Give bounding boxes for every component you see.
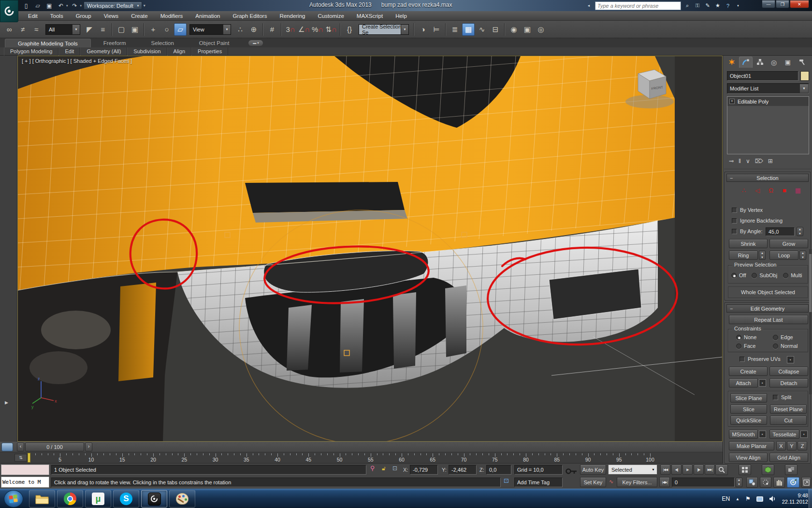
view-align-button[interactable]: View Align	[729, 453, 768, 462]
by-angle-value-field[interactable]: 45,0	[766, 227, 795, 236]
make-planar-x-button[interactable]: X	[776, 441, 786, 450]
expand-plus-icon[interactable]: +	[729, 99, 735, 104]
restore-button[interactable]: ❐	[776, 0, 789, 8]
select-and-move-icon[interactable]: +	[147, 23, 160, 36]
add-time-tag-icon[interactable]: ⊡	[504, 475, 509, 487]
zoom-all-icon[interactable]	[739, 464, 751, 475]
curve-editor-icon[interactable]: ∿	[476, 23, 488, 36]
taskbar-explorer-icon[interactable]	[29, 490, 55, 508]
network-icon[interactable]	[756, 496, 763, 502]
selection-filter-dropdown[interactable]: All▼	[45, 24, 80, 35]
search-icon[interactable]: ⌕	[683, 2, 691, 9]
menu-item-maxscript[interactable]: MAXScript	[350, 11, 389, 21]
ribbon-panel-properties[interactable]: Properties	[191, 47, 228, 56]
align-icon[interactable]: ⊨	[430, 23, 443, 36]
constraint-face-radio[interactable]: Face	[736, 343, 755, 349]
communication-center-icon[interactable]: ✎	[704, 2, 711, 9]
play-icon[interactable]: ▶	[682, 464, 693, 475]
tab-hierarchy[interactable]	[753, 57, 767, 68]
configure-modifier-sets-icon[interactable]: ⊞	[768, 158, 773, 164]
undo-icon[interactable]: ↶	[56, 1, 66, 10]
help-caret-icon[interactable]: ▾	[734, 4, 742, 8]
maxscript-mini-listener[interactable]: Welcome to M	[1, 477, 49, 488]
field-of-view-icon[interactable]	[760, 477, 771, 488]
object-color-swatch[interactable]	[800, 71, 809, 81]
msmooth-button[interactable]: MSmooth	[729, 430, 758, 439]
ribbon-minimize-icon[interactable]: ▬ ▾	[248, 40, 263, 46]
current-frame-marker[interactable]	[28, 453, 30, 463]
named-selection-dropdown[interactable]: Create Selection Se▼	[359, 24, 409, 35]
taskbar-clock[interactable]: 9:48 22.11.2012	[782, 493, 808, 505]
preview-subobj-radio[interactable]: SubObj	[752, 272, 777, 278]
zoom-extents-all-icon[interactable]	[785, 464, 798, 475]
ribbon-panel-edit[interactable]: Edit	[58, 47, 80, 56]
infocenter-collapse-icon[interactable]: ◂	[585, 3, 593, 8]
constraint-normal-radio[interactable]: Normal	[773, 343, 798, 349]
timeline-ruler[interactable]: 0510152025303540455055606570758085909510…	[0, 452, 723, 463]
menu-item-group[interactable]: Group	[70, 11, 98, 21]
ignore-backfacing-checkbox[interactable]: Ignore Backfacing	[732, 218, 783, 224]
loop-spinner[interactable]: ▲▼	[799, 251, 806, 260]
render-setup-icon[interactable]: ◉	[508, 23, 520, 36]
language-indicator[interactable]: EN	[722, 495, 730, 502]
minimize-button[interactable]: —	[762, 0, 775, 8]
save-file-icon[interactable]: ▣	[44, 1, 54, 10]
quickslice-button[interactable]: QuickSlice	[730, 416, 767, 425]
workspace-selector[interactable]: Workspace: Default ▾	[84, 1, 142, 10]
grid-align-button[interactable]: Grid Align	[769, 453, 808, 462]
tab-create[interactable]: ✶	[725, 57, 739, 68]
spinner-snap-icon[interactable]: ⇅∩	[325, 23, 337, 36]
absolute-offset-toggle-icon[interactable]: ⊡	[392, 462, 397, 475]
preview-off-radio[interactable]: Off	[731, 272, 746, 278]
keyboard-shortcut-override-icon[interactable]: #	[266, 23, 278, 36]
menu-item-modifiers[interactable]: Modifiers	[154, 11, 189, 21]
preview-multi-radio[interactable]: Multi	[783, 272, 802, 278]
frame-spinner[interactable]: ▲▼	[736, 478, 742, 487]
new-scene-icon[interactable]: ▯	[21, 1, 31, 10]
next-frame-icon[interactable]: ||▶	[694, 464, 704, 475]
application-button[interactable]	[0, 0, 18, 22]
pin-stack-icon[interactable]: ⊸	[729, 158, 734, 164]
cut-button[interactable]: Cut	[770, 416, 807, 425]
go-to-start-icon[interactable]: |◀◀	[660, 464, 670, 475]
shrink-button[interactable]: Shrink	[729, 239, 768, 248]
make-unique-icon[interactable]: ∨	[746, 158, 750, 164]
modifier-list-dropdown[interactable]: Modifier List ▼	[727, 83, 809, 94]
favorites-star-icon[interactable]: ★	[714, 2, 722, 9]
ring-spinner[interactable]: ▲▼	[759, 251, 766, 260]
time-configuration-icon[interactable]	[746, 477, 758, 488]
ribbon-tab-object-paint[interactable]: Object Paint	[187, 39, 242, 47]
ref-coord-dropdown[interactable]: View▼	[189, 24, 231, 35]
key-mode-toggle-icon[interactable]: |◀▶|	[659, 477, 670, 487]
menu-item-tools[interactable]: Tools	[44, 11, 70, 21]
make-planar-y-button[interactable]: Y	[787, 441, 797, 450]
element-mode-icon[interactable]: ▦	[793, 187, 803, 194]
modifier-stack-item[interactable]: + Editable Poly	[727, 97, 809, 106]
window-crossing-icon[interactable]: ▣	[129, 23, 141, 36]
auto-key-button[interactable]: Auto Key	[580, 464, 606, 475]
maximize-viewport-toggle-icon[interactable]	[801, 477, 811, 488]
current-frame-field[interactable]: 0	[672, 478, 735, 487]
select-and-rotate-icon[interactable]: ○	[160, 23, 173, 36]
constraint-edge-radio[interactable]: Edge	[773, 334, 793, 340]
tab-utilities[interactable]	[795, 57, 809, 68]
maxscript-listener-macro-pane[interactable]	[1, 464, 49, 475]
menu-item-help[interactable]: Help	[389, 11, 413, 21]
undo-dropdown-icon[interactable]: ▾	[66, 4, 68, 8]
redo-icon[interactable]: ↷	[70, 1, 80, 10]
angle-snap-icon[interactable]: ∠∩	[298, 23, 310, 36]
select-by-name-icon[interactable]: ≡	[97, 23, 109, 36]
menu-item-edit[interactable]: Edit	[22, 11, 44, 21]
tab-modify[interactable]	[739, 57, 753, 68]
viewport-canvas[interactable]: FRONT z x y	[18, 56, 722, 441]
remove-modifier-icon[interactable]: ⌦	[755, 158, 763, 164]
manage-layers-icon[interactable]: ≣	[449, 23, 461, 36]
detach-button[interactable]: Detach	[769, 378, 808, 388]
taskbar-paint-icon[interactable]	[169, 490, 195, 508]
pan-hand-icon[interactable]	[773, 477, 785, 488]
taskbar-3dsmax-icon[interactable]	[141, 490, 167, 508]
help-icon[interactable]: ?	[724, 3, 732, 9]
msmooth-settings-icon[interactable]	[759, 431, 766, 438]
tessellate-settings-icon[interactable]	[800, 431, 808, 438]
menu-item-customize[interactable]: Customize	[311, 11, 350, 21]
